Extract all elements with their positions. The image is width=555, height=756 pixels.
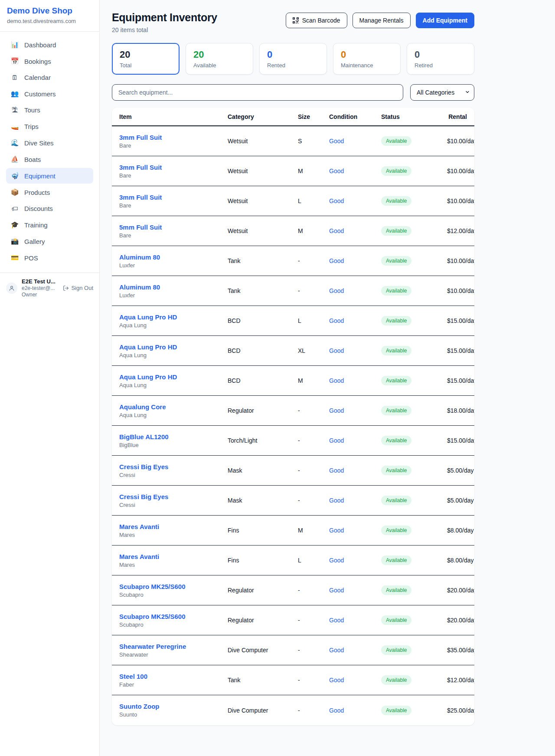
- table-row: Cressi Big Eyes Cressi Mask - Good Avail…: [112, 456, 474, 486]
- stat-value: 0: [341, 49, 393, 60]
- status-cell: Available: [381, 436, 447, 445]
- status-badge: Available: [381, 166, 411, 176]
- sidebar-item-pos[interactable]: 💳 POS: [6, 250, 93, 266]
- sidebar-item-boats[interactable]: ⛵ Boats: [6, 151, 93, 167]
- stat-card-total[interactable]: 20 Total: [112, 43, 180, 75]
- stat-card-rented[interactable]: 0 Rented: [259, 43, 327, 75]
- manage-rentals-button[interactable]: Manage Rentals: [353, 13, 411, 28]
- sidebar-item-dive-sites[interactable]: 🌊 Dive Sites: [6, 135, 93, 151]
- status-badge: Available: [381, 496, 411, 505]
- condition-link[interactable]: Good: [329, 557, 344, 564]
- condition-link[interactable]: Good: [329, 527, 344, 534]
- item-cell: Aqua Lung Pro HD Aqua Lung: [119, 373, 228, 388]
- rental-cell: $10.00/day: [447, 197, 474, 204]
- item-link[interactable]: Mares Avanti: [119, 523, 159, 530]
- condition-link[interactable]: Good: [329, 257, 344, 264]
- category-cell: Torch/Light: [228, 437, 298, 444]
- condition-cell: Good: [329, 377, 381, 384]
- sidebar-item-dashboard[interactable]: 📊 Dashboard: [6, 37, 93, 53]
- status-cell: Available: [381, 346, 447, 355]
- category-cell: Regulator: [228, 617, 298, 624]
- condition-cell: Good: [329, 138, 381, 145]
- stat-card-available[interactable]: 20 Available: [186, 43, 253, 75]
- sidebar-item-calendar[interactable]: 🗓 Calendar: [6, 70, 93, 85]
- status-cell: Available: [381, 406, 447, 415]
- sidebar-item-tours[interactable]: 🏝 Tours: [6, 102, 93, 118]
- item-link[interactable]: 3mm Full Suit: [119, 134, 162, 141]
- item-link[interactable]: BigBlue AL1200: [119, 433, 169, 440]
- size-cell: -: [298, 257, 329, 264]
- item-link[interactable]: Mares Avanti: [119, 553, 159, 560]
- sidebar-item-discounts[interactable]: 🏷 Discounts: [6, 201, 93, 216]
- condition-link[interactable]: Good: [329, 467, 344, 474]
- item-link[interactable]: Aqua Lung Pro HD: [119, 313, 177, 321]
- sidebar-item-equipment[interactable]: 🤿 Equipment: [6, 168, 93, 184]
- item-link[interactable]: Cressi Big Eyes: [119, 463, 168, 470]
- item-link[interactable]: Steel 100: [119, 673, 147, 680]
- condition-link[interactable]: Good: [329, 138, 344, 145]
- status-cell: Available: [381, 136, 447, 146]
- item-cell: Aqua Lung Pro HD Aqua Lung: [119, 313, 228, 329]
- item-link[interactable]: Suunto Zoop: [119, 703, 159, 710]
- rental-cell: $12.00/day: [447, 227, 474, 234]
- condition-link[interactable]: Good: [329, 647, 344, 654]
- table-row: Aluminum 80 Luxfer Tank - Good Available…: [112, 246, 474, 276]
- status-cell: Available: [381, 166, 447, 176]
- item-link[interactable]: 3mm Full Suit: [119, 194, 162, 201]
- item-link[interactable]: Aluminum 80: [119, 253, 160, 261]
- header-actions: Scan Barcode Manage Rentals Add Equipmen…: [286, 13, 474, 28]
- category-cell: Mask: [228, 497, 298, 504]
- category-cell: Dive Computer: [228, 707, 298, 714]
- sidebar-item-bookings[interactable]: 📅 Bookings: [6, 53, 93, 69]
- condition-link[interactable]: Good: [329, 437, 344, 444]
- item-cell: Steel 100 Faber: [119, 673, 228, 688]
- category-cell: Tank: [228, 287, 298, 294]
- condition-link[interactable]: Good: [329, 168, 344, 174]
- category-select[interactable]: All Categories: [410, 84, 474, 101]
- status-badge: Available: [381, 436, 411, 445]
- condition-link[interactable]: Good: [329, 317, 344, 324]
- stat-card-retired[interactable]: 0 Retired: [407, 43, 474, 75]
- condition-link[interactable]: Good: [329, 197, 344, 204]
- condition-link[interactable]: Good: [329, 497, 344, 504]
- item-link[interactable]: Aqua Lung Pro HD: [119, 343, 177, 351]
- condition-link[interactable]: Good: [329, 587, 344, 594]
- sidebar-item-gallery[interactable]: 📸 Gallery: [6, 233, 93, 249]
- brand-block: Demo Dive Shop demo.test.divestreams.com: [0, 0, 99, 32]
- condition-link[interactable]: Good: [329, 617, 344, 624]
- condition-link[interactable]: Good: [329, 377, 344, 384]
- sidebar-item-training[interactable]: 🎓 Training: [6, 217, 93, 233]
- condition-link[interactable]: Good: [329, 347, 344, 354]
- item-link[interactable]: Aqua Lung Pro HD: [119, 373, 177, 381]
- item-brand: Aqua Lung: [119, 322, 228, 329]
- equipment-table-body: 3mm Full Suit Bare Wetsuit S Good Availa…: [112, 126, 474, 725]
- sidebar-item-customers[interactable]: 👥 Customers: [6, 86, 93, 102]
- main-content: Equipment Inventory 20 items total Scan …: [100, 0, 474, 756]
- search-input[interactable]: [112, 84, 403, 101]
- page-title-block: Equipment Inventory 20 items total: [112, 11, 217, 33]
- condition-link[interactable]: Good: [329, 227, 344, 234]
- item-link[interactable]: Aluminum 80: [119, 283, 160, 291]
- item-link[interactable]: 5mm Full Suit: [119, 224, 162, 231]
- sign-out-label: Sign Out: [71, 285, 93, 291]
- sidebar-item-trips[interactable]: 🚤 Trips: [6, 118, 93, 134]
- item-link[interactable]: Aqualung Core: [119, 403, 166, 411]
- condition-link[interactable]: Good: [329, 287, 344, 294]
- condition-link[interactable]: Good: [329, 707, 344, 714]
- item-link[interactable]: Cressi Big Eyes: [119, 493, 168, 500]
- table-row: Scubapro MK25/S600 Scubapro Regulator - …: [112, 575, 474, 605]
- scan-barcode-button[interactable]: Scan Barcode: [286, 13, 347, 28]
- item-link[interactable]: Shearwater Peregrine: [119, 643, 186, 650]
- status-cell: Available: [381, 466, 447, 475]
- item-link[interactable]: Scubapro MK25/S600: [119, 613, 186, 620]
- stat-card-maintenance[interactable]: 0 Maintenance: [333, 43, 401, 75]
- graduation-cap-icon: 🎓: [10, 221, 19, 229]
- sign-out-button[interactable]: Sign Out: [63, 285, 93, 291]
- condition-link[interactable]: Good: [329, 407, 344, 414]
- brand-title[interactable]: Demo Dive Shop: [7, 6, 92, 16]
- sidebar-item-products[interactable]: 📦 Products: [6, 184, 93, 200]
- add-equipment-button[interactable]: Add Equipment: [416, 13, 474, 28]
- item-link[interactable]: 3mm Full Suit: [119, 164, 162, 171]
- item-link[interactable]: Scubapro MK25/S600: [119, 583, 186, 590]
- condition-link[interactable]: Good: [329, 677, 344, 684]
